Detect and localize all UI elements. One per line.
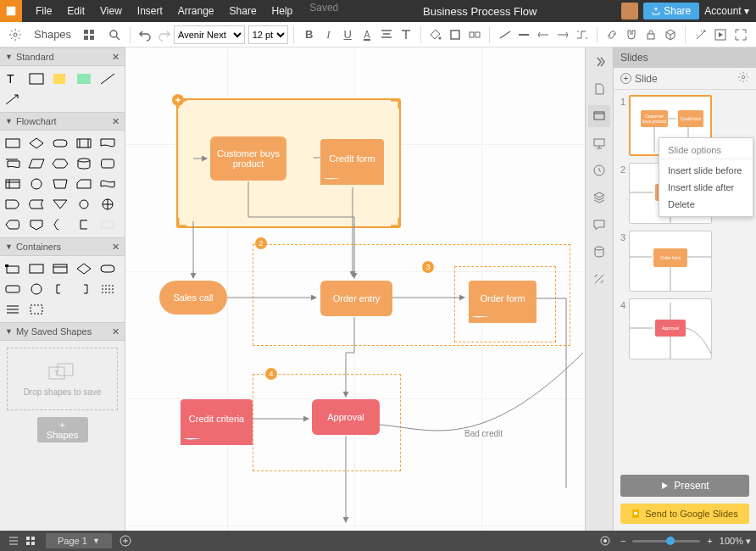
grid-view-icon[interactable]	[22, 532, 39, 549]
menu-file[interactable]: File	[29, 2, 58, 20]
node-criteria[interactable]: Credit criteria	[181, 399, 253, 438]
present-button[interactable]: Present	[620, 475, 749, 497]
shape-rect[interactable]	[27, 71, 46, 86]
saved-drop-zone[interactable]: T Drop shapes to save	[7, 348, 118, 410]
account-menu[interactable]: Account ▾	[704, 5, 749, 17]
align-icon[interactable]	[376, 25, 396, 45]
fc-tape[interactable]	[98, 176, 117, 192]
fc-stored[interactable]	[27, 197, 46, 212]
google-slides-button[interactable]: Send to Google Slides	[620, 504, 749, 524]
zoom-slider[interactable]	[632, 540, 700, 543]
history-icon[interactable]	[588, 159, 610, 181]
slide-badge-3[interactable]: 3	[422, 261, 434, 273]
arrow-end-icon[interactable]	[553, 25, 573, 45]
ct-3[interactable]	[51, 261, 69, 276]
fc-terminator[interactable]	[51, 136, 69, 151]
fc-card[interactable]	[75, 176, 93, 192]
fc-note[interactable]	[75, 217, 93, 232]
data-icon[interactable]	[588, 241, 610, 263]
ctx-delete[interactable]: Delete	[659, 196, 753, 213]
fc-process[interactable]	[3, 136, 22, 151]
close-icon[interactable]: ✕	[112, 52, 120, 63]
fill-icon[interactable]	[426, 25, 446, 45]
arrow-start-icon[interactable]	[534, 25, 553, 45]
slide-badge-2[interactable]: 2	[255, 237, 267, 249]
panel-containers[interactable]: ▼Containers✕	[0, 237, 125, 256]
fc-brace[interactable]	[51, 217, 69, 232]
cube-icon[interactable]	[660, 25, 680, 45]
fc-predef[interactable]	[75, 136, 93, 151]
ct-6[interactable]	[3, 281, 22, 297]
list-view-icon[interactable]	[5, 532, 22, 549]
fc-delay[interactable]	[3, 197, 22, 212]
add-slide-button[interactable]: +Slide	[620, 73, 658, 85]
fc-document[interactable]	[98, 136, 117, 151]
slide-thumb-4[interactable]: Approval	[629, 298, 712, 359]
palette-icon[interactable]	[79, 25, 99, 45]
fc-offpage[interactable]	[27, 217, 46, 232]
add-page-icon[interactable]	[117, 532, 134, 549]
close-icon[interactable]: ✕	[112, 326, 120, 337]
panel-standard[interactable]: ▼Standard✕	[0, 47, 125, 66]
shape-arrow[interactable]	[3, 92, 22, 107]
fc-merge[interactable]	[51, 197, 69, 212]
fc-data[interactable]	[27, 156, 46, 171]
play-icon[interactable]	[710, 25, 731, 45]
node-credit-form[interactable]: Credit form	[320, 139, 384, 178]
fc-decision[interactable]	[27, 136, 46, 151]
shape-line[interactable]	[98, 71, 117, 86]
slide-badge-1[interactable]	[172, 94, 184, 106]
fc-db[interactable]	[75, 156, 93, 171]
search-icon[interactable]	[104, 25, 125, 45]
lock-icon[interactable]	[642, 25, 661, 45]
slide-badge-4[interactable]: 4	[265, 368, 277, 380]
slide-edit-icon[interactable]	[753, 119, 756, 134]
ctx-insert-after[interactable]: Insert slide after	[659, 179, 753, 196]
size-select[interactable]: 12 pt	[248, 25, 289, 44]
node-customer[interactable]: Customer buys product	[210, 136, 286, 181]
fc-multidoc[interactable]	[3, 156, 22, 171]
gear-icon[interactable]	[5, 25, 25, 45]
fc-circle[interactable]	[27, 176, 46, 192]
shape-style-icon[interactable]	[464, 25, 484, 45]
slides-settings-icon[interactable]	[737, 71, 749, 86]
fc-internal[interactable]	[3, 176, 22, 192]
panel-flowchart[interactable]: ▼Flowchart✕	[0, 112, 125, 131]
text-color-icon[interactable]	[358, 25, 377, 45]
node-entry[interactable]: Order entry	[320, 281, 392, 316]
magnet-icon[interactable]	[622, 25, 642, 45]
close-icon[interactable]: ✕	[112, 242, 120, 253]
underline-icon[interactable]: U	[338, 25, 358, 45]
menu-arrange[interactable]: Arrange	[171, 2, 221, 20]
slides-icon[interactable]	[588, 105, 610, 127]
menu-edit[interactable]: Edit	[60, 2, 92, 20]
node-order[interactable]: Order form	[469, 281, 536, 316]
shape-text[interactable]: T	[3, 71, 22, 86]
ct-2[interactable]	[27, 261, 46, 276]
close-icon[interactable]: ✕	[112, 116, 120, 127]
document-icon[interactable]	[588, 78, 610, 100]
zoom-fit-icon[interactable]	[597, 532, 614, 549]
link-icon[interactable]	[603, 25, 622, 45]
document-title[interactable]: Business Process Flow	[338, 5, 621, 18]
menu-share[interactable]: Share	[223, 2, 264, 20]
ctx-insert-before[interactable]: Insert slide before	[659, 162, 753, 179]
ct-11[interactable]	[3, 302, 22, 317]
ct-1[interactable]	[3, 261, 22, 276]
canvas[interactable]: Customer buys product Credit form 2 3 Sa…	[125, 47, 585, 531]
text-options-icon[interactable]	[396, 25, 415, 45]
slide-thumb-3[interactable]: Order form	[629, 231, 712, 292]
undo-icon[interactable]	[135, 25, 154, 45]
node-sales[interactable]: Sales call	[159, 281, 227, 314]
fc-prep[interactable]	[51, 156, 69, 171]
ct-10[interactable]	[98, 281, 117, 297]
collapse-icon[interactable]	[588, 51, 610, 73]
ct-8[interactable]	[51, 281, 69, 297]
fc-direct[interactable]	[98, 156, 117, 171]
layers-icon[interactable]	[588, 186, 610, 209]
comments-icon[interactable]	[588, 214, 610, 236]
fullscreen-icon[interactable]	[731, 25, 751, 45]
font-select[interactable]: Avenir Next	[174, 25, 245, 44]
fc-or[interactable]	[98, 197, 117, 212]
fc-display[interactable]	[3, 217, 22, 232]
